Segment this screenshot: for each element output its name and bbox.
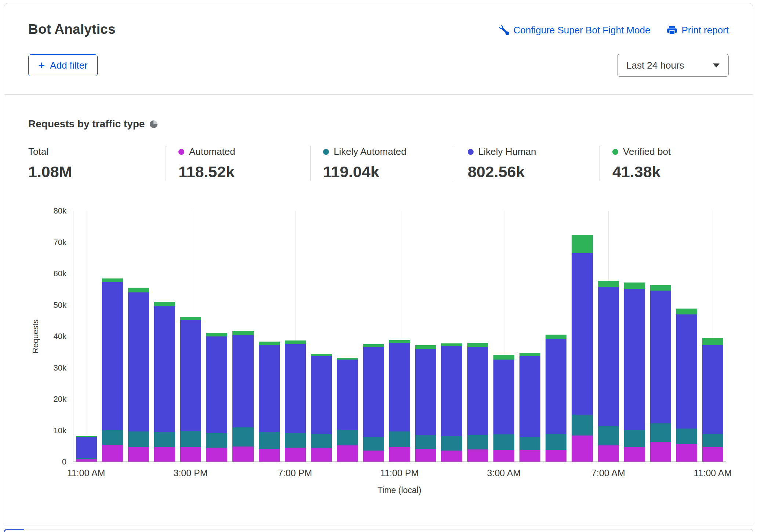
bar-segment-verified-bot[interactable] — [546, 335, 566, 339]
bar-segment-verified-bot[interactable] — [702, 338, 723, 345]
bar-segment-likely-automated[interactable] — [232, 427, 253, 447]
bar-segment-likely-automated[interactable] — [519, 437, 540, 451]
bar-segment-likely-human[interactable] — [128, 292, 149, 431]
bar-segment-verified-bot[interactable] — [441, 343, 462, 346]
stacked-bar[interactable] — [178, 211, 204, 462]
bar-segment-likely-automated[interactable] — [337, 430, 358, 446]
bar-segment-automated[interactable] — [389, 447, 410, 462]
configure-super-bot-fight-mode-link[interactable]: Configure Super Bot Fight Mode — [499, 25, 651, 36]
bar-segment-automated[interactable] — [232, 447, 253, 462]
bar-segment-likely-human[interactable] — [76, 437, 97, 458]
bar-segment-likely-automated[interactable] — [206, 433, 227, 447]
stacked-bar[interactable] — [595, 211, 622, 462]
bar-segment-automated[interactable] — [311, 448, 332, 462]
bar-segment-verified-bot[interactable] — [676, 309, 697, 314]
bar-segment-likely-human[interactable] — [467, 347, 488, 436]
bar-segment-likely-human[interactable] — [441, 346, 462, 436]
bar-segment-likely-automated[interactable] — [493, 434, 514, 450]
bar-segment-automated[interactable] — [180, 447, 201, 462]
stacked-bar[interactable] — [308, 211, 334, 462]
bar-segment-likely-automated[interactable] — [702, 434, 723, 447]
bar-segment-likely-automated[interactable] — [128, 431, 149, 447]
bar-segment-likely-automated[interactable] — [650, 423, 671, 442]
bar-segment-automated[interactable] — [259, 449, 280, 462]
stacked-bar[interactable] — [334, 211, 361, 462]
bar-segment-likely-automated[interactable] — [311, 434, 332, 448]
bar-segment-likely-human[interactable] — [311, 356, 332, 434]
bar-segment-likely-automated[interactable] — [389, 431, 410, 447]
bar-segment-likely-automated[interactable] — [102, 430, 123, 445]
bar-segment-automated[interactable] — [572, 436, 593, 462]
bar-segment-likely-human[interactable] — [572, 253, 593, 415]
bar-segment-likely-automated[interactable] — [259, 432, 280, 449]
stacked-bar[interactable] — [674, 211, 700, 462]
bar-segment-likely-human[interactable] — [259, 345, 280, 431]
bar-segment-automated[interactable] — [624, 447, 645, 462]
bar-segment-likely-automated[interactable] — [441, 436, 462, 451]
stacked-bar[interactable] — [204, 211, 230, 462]
bar-segment-verified-bot[interactable] — [467, 343, 488, 346]
bar-segment-automated[interactable] — [363, 451, 384, 462]
stacked-bar[interactable] — [282, 211, 308, 462]
stacked-bar[interactable] — [387, 211, 413, 462]
bar-segment-verified-bot[interactable] — [180, 317, 201, 320]
bar-segment-likely-human[interactable] — [285, 344, 306, 433]
bar-segment-likely-automated[interactable] — [180, 431, 201, 447]
stacked-bar[interactable] — [543, 211, 569, 462]
bar-segment-automated[interactable] — [102, 445, 123, 462]
bar-segment-likely-human[interactable] — [519, 356, 540, 437]
bar-segment-likely-automated[interactable] — [285, 433, 306, 448]
stacked-bar[interactable] — [152, 211, 178, 462]
bar-segment-verified-bot[interactable] — [311, 354, 332, 356]
bar-segment-likely-human[interactable] — [363, 347, 384, 437]
bar-segment-automated[interactable] — [441, 451, 462, 462]
bar-segment-verified-bot[interactable] — [415, 345, 436, 349]
bar-segment-likely-human[interactable] — [650, 291, 671, 423]
stacked-bar[interactable] — [700, 211, 726, 462]
stacked-bar[interactable] — [622, 211, 648, 462]
bar-segment-automated[interactable] — [650, 442, 671, 462]
print-report-link[interactable]: Print report — [667, 25, 729, 36]
stacked-bar[interactable] — [126, 211, 152, 462]
bar-segment-likely-human[interactable] — [389, 343, 410, 431]
add-filter-button[interactable]: + Add filter — [28, 54, 98, 76]
stacked-bar[interactable] — [73, 211, 99, 462]
bar-segment-verified-bot[interactable] — [598, 281, 619, 287]
bar-segment-likely-automated[interactable] — [154, 432, 175, 447]
bar-segment-likely-human[interactable] — [337, 360, 358, 430]
stacked-bar[interactable] — [439, 211, 465, 462]
bar-segment-automated[interactable] — [285, 448, 306, 462]
bar-segment-likely-human[interactable] — [232, 335, 253, 427]
bar-segment-automated[interactable] — [598, 445, 619, 462]
bar-segment-likely-human[interactable] — [415, 349, 436, 435]
bar-segment-automated[interactable] — [206, 448, 227, 462]
bar-segment-likely-automated[interactable] — [415, 435, 436, 449]
bar-segment-likely-human[interactable] — [676, 314, 697, 429]
bar-segment-likely-human[interactable] — [102, 282, 123, 430]
bar-segment-verified-bot[interactable] — [285, 340, 306, 344]
bar-segment-verified-bot[interactable] — [363, 344, 384, 347]
bar-segment-likely-automated[interactable] — [676, 429, 697, 444]
stacked-bar[interactable] — [256, 211, 282, 462]
bar-segment-likely-automated[interactable] — [363, 437, 384, 451]
bar-segment-likely-automated[interactable] — [572, 415, 593, 436]
bar-segment-automated[interactable] — [76, 459, 97, 462]
stacked-bar[interactable] — [99, 211, 126, 462]
bar-segment-verified-bot[interactable] — [232, 331, 253, 335]
bar-segment-verified-bot[interactable] — [154, 302, 175, 307]
bar-segment-automated[interactable] — [546, 450, 566, 462]
bar-segment-likely-human[interactable] — [180, 320, 201, 431]
bar-segment-verified-bot[interactable] — [389, 340, 410, 343]
bar-segment-automated[interactable] — [493, 450, 514, 462]
bar-segment-verified-bot[interactable] — [259, 342, 280, 345]
bar-segment-verified-bot[interactable] — [650, 285, 671, 291]
stacked-bar[interactable] — [648, 211, 674, 462]
bar-segment-automated[interactable] — [676, 444, 697, 462]
bar-segment-likely-human[interactable] — [702, 345, 723, 434]
bar-segment-verified-bot[interactable] — [624, 283, 645, 289]
bar-segment-likely-automated[interactable] — [467, 435, 488, 449]
bar-segment-likely-automated[interactable] — [598, 426, 619, 445]
bar-segment-automated[interactable] — [519, 450, 540, 462]
bar-segment-likely-human[interactable] — [546, 339, 566, 434]
stacked-bar[interactable] — [230, 211, 256, 462]
